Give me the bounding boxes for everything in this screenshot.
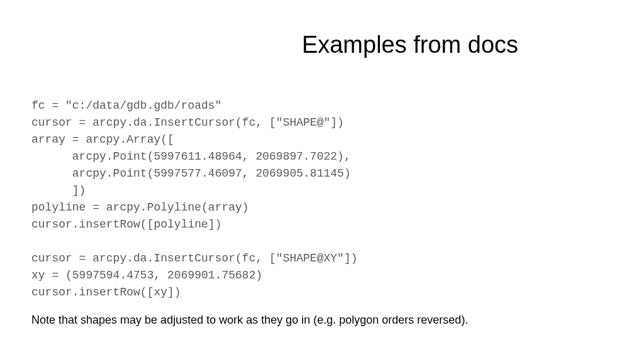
code-line: polyline = arcpy.Polyline(array)	[31, 201, 249, 214]
slide-title: Examples from docs	[208, 31, 613, 58]
code-line: cursor.insertRow([xy])	[31, 286, 181, 299]
code-line: ])	[31, 184, 86, 197]
code-line: arcpy.Point(5997611.48964, 2069897.7022)…	[31, 150, 351, 163]
code-line: fc = "c:/data/gdb.gdb/roads"	[31, 99, 221, 112]
code-line: arcpy.Point(5997577.46097, 2069905.81145…	[31, 167, 351, 180]
code-line: cursor = arcpy.da.InsertCursor(fc, ["SHA…	[31, 252, 357, 265]
code-line: cursor = arcpy.da.InsertCursor(fc, ["SHA…	[31, 116, 344, 129]
footer-note: Note that shapes may be adjusted to work…	[31, 314, 613, 327]
code-line: cursor.insertRow([polyline])	[31, 218, 221, 231]
code-line: array = arcpy.Array([	[31, 133, 174, 146]
code-example: fc = "c:/data/gdb.gdb/roads" cursor = ar…	[31, 80, 613, 301]
code-line: xy = (5997594.4753, 2069901.75682)	[31, 269, 262, 282]
